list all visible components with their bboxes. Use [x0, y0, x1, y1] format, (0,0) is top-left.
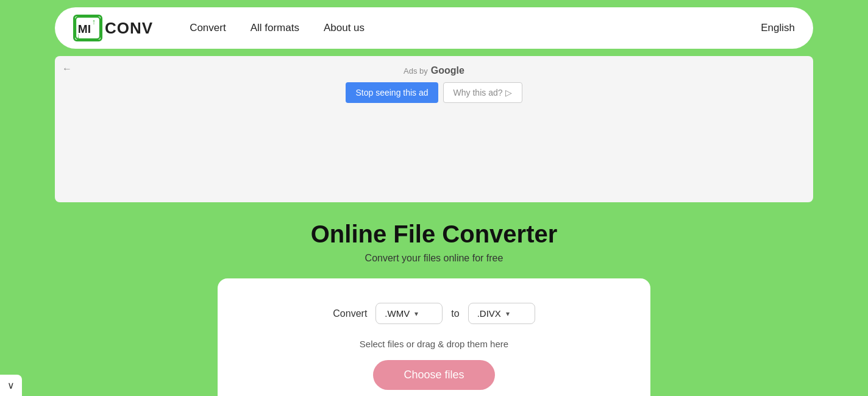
to-format-select[interactable]: .DIVX ▾	[468, 303, 535, 324]
nav-links: Convert All formats About us	[190, 22, 761, 34]
page-subtitle: Convert your files online for free	[365, 253, 503, 264]
nav-language[interactable]: English	[761, 22, 795, 34]
why-ad-label: Why this ad?	[454, 88, 503, 97]
drop-area-text: Select files or drag & drop them here	[360, 339, 508, 349]
to-format-value: .DIVX	[477, 308, 501, 319]
converter-row: Convert .WMV ▾ to .DIVX ▾	[333, 303, 535, 324]
ad-back-arrow[interactable]: ←	[62, 63, 72, 74]
svg-text:↑: ↑	[92, 18, 96, 26]
navbar-wrapper: MI ↓ ↑ CONV Convert All formats About us…	[0, 0, 868, 56]
logo[interactable]: MI ↓ ↑ CONV	[73, 15, 153, 41]
stop-seeing-ad-button[interactable]: Stop seeing this ad	[346, 82, 438, 103]
nav-all-formats[interactable]: All formats	[251, 22, 299, 34]
logo-svg: MI ↓ ↑	[75, 16, 101, 40]
from-chevron-icon: ▾	[414, 309, 418, 318]
nav-about[interactable]: About us	[324, 22, 365, 34]
converter-card: Convert .WMV ▾ to .DIVX ▾ Select files o…	[218, 278, 650, 396]
logo-icon: MI ↓ ↑	[73, 15, 102, 41]
convert-label: Convert	[333, 308, 367, 319]
logo-text: CONV	[105, 19, 153, 38]
ads-by-label: Ads by	[404, 66, 428, 76]
from-format-value: .WMV	[385, 308, 410, 319]
to-label: to	[451, 308, 459, 319]
ad-buttons: Stop seeing this ad Why this ad? ▷	[346, 82, 522, 103]
main-content: Online File Converter Convert your files…	[0, 214, 868, 396]
why-ad-icon: ▷	[505, 88, 512, 97]
page-title: Online File Converter	[311, 221, 558, 248]
why-this-ad-button[interactable]: Why this ad? ▷	[443, 82, 522, 103]
google-label: Google	[431, 65, 464, 76]
ad-banner: ← Ads by Google Stop seeing this ad Why …	[55, 56, 813, 202]
choose-files-button[interactable]: Choose files	[373, 360, 494, 390]
bottom-chevron-button[interactable]: ∨	[0, 375, 22, 396]
ads-by-google: Ads by Google	[404, 65, 464, 76]
navbar: MI ↓ ↑ CONV Convert All formats About us…	[55, 7, 813, 49]
from-format-select[interactable]: .WMV ▾	[375, 303, 443, 324]
nav-convert[interactable]: Convert	[190, 22, 226, 34]
to-chevron-icon: ▾	[506, 309, 510, 318]
